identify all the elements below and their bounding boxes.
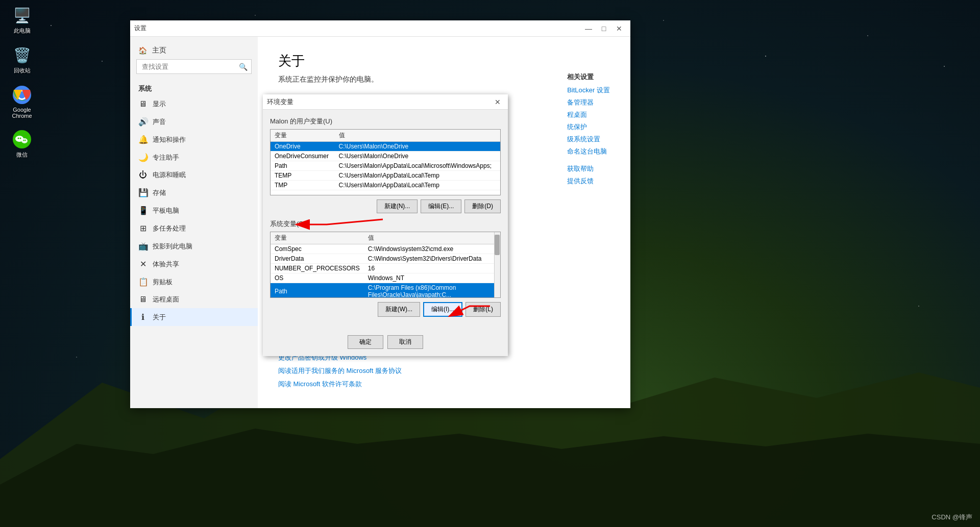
table-row[interactable]: DriverData C:\Windows\System32\Drivers\D… <box>271 254 501 264</box>
user-vars-label: Malon 的用户变量(U) <box>270 117 501 126</box>
sidebar-home[interactable]: 🏠 主页 <box>130 42 258 59</box>
sidebar-item-about[interactable]: ℹ 关于 <box>130 308 258 326</box>
svg-point-24 <box>24 140 26 141</box>
power-icon: ⏻ <box>138 170 148 180</box>
ms-service-link[interactable]: 阅读适用于我们服务的 Microsoft 服务协议 <box>278 366 402 375</box>
recycle-icon-label: 回收站 <box>14 67 31 74</box>
sidebar-item-notifications[interactable]: 🔔 通知和操作 <box>130 131 258 148</box>
display-label: 显示 <box>153 99 166 109</box>
home-icon: 🏠 <box>138 46 147 55</box>
dialog-close-button[interactable]: ✕ <box>492 97 504 107</box>
svg-point-8 <box>765 56 766 57</box>
minimize-button[interactable]: — <box>581 22 596 35</box>
wechat-icon <box>12 129 32 149</box>
sound-label: 声音 <box>153 117 166 127</box>
power-label: 电源和睡眠 <box>153 170 186 180</box>
user-val-tmp: C:\Users\Malon\AppData\Local\Temp <box>335 181 500 190</box>
pc-icon: 🖥️ <box>12 5 32 26</box>
sidebar-item-tablet[interactable]: 📱 平板电脑 <box>130 202 258 219</box>
sidebar-item-clipboard[interactable]: 📋 剪贴板 <box>130 273 258 291</box>
search-input[interactable] <box>136 59 252 74</box>
table-row[interactable]: OneDrive C:\Users\Malon\OneDrive <box>271 142 500 152</box>
sys-vars-table-container: 变量 值 ComSpec C:\Windows\system32\cmd.exe… <box>270 232 501 298</box>
desktop-icon-wechat[interactable]: 微信 <box>4 129 40 159</box>
table-row[interactable]: TMP C:\Users\Malon\AppData\Local\Temp <box>271 181 500 190</box>
table-row[interactable]: TEMP C:\Users\Malon\AppData\Local\Temp <box>271 171 500 181</box>
sys-vars-table: 变量 值 ComSpec C:\Windows\system32\cmd.exe… <box>271 232 501 298</box>
sidebar-item-share[interactable]: ✕ 体验共享 <box>130 255 258 273</box>
user-val-ondriveconsumer: C:\Users\Malon\OneDrive <box>335 152 500 161</box>
sys-new-button[interactable]: 新建(W)... <box>378 302 420 317</box>
sidebar-item-display[interactable]: 🖥 显示 <box>130 95 258 113</box>
user-delete-button[interactable]: 删除(D) <box>464 199 501 213</box>
user-vars-table: 变量 值 OneDrive C:\Users\Malon\OneDrive On… <box>271 130 500 190</box>
device-mgr-link[interactable]: 备管理器 <box>567 98 610 107</box>
dialog-titlebar: 环境变量 ✕ <box>263 94 508 110</box>
sys-edit-button[interactable]: 编辑(I)... <box>423 302 462 317</box>
multitask-icon: ⊞ <box>138 223 148 233</box>
rename-pc-link[interactable]: 命名这台电脑 <box>567 147 610 156</box>
user-val-ondrive: C:\Users\Malon\OneDrive <box>335 142 500 152</box>
sys-protect-link[interactable]: 统保护 <box>567 122 610 132</box>
user-vars-table-container: 变量 值 OneDrive C:\Users\Malon\OneDrive On… <box>270 129 501 195</box>
table-row[interactable]: ComSpec C:\Windows\system32\cmd.exe <box>271 244 501 254</box>
settings-title: 设置 <box>134 24 146 33</box>
sidebar-item-sound[interactable]: 🔊 声音 <box>130 113 258 131</box>
ok-button[interactable]: 确定 <box>348 335 383 349</box>
settings-titlebar: 设置 — □ ✕ <box>130 20 630 37</box>
about-icon: ℹ <box>138 312 148 322</box>
settings-sidebar: 🏠 主页 🔍 系统 🖥 显示 🔊 声音 🔔 通 <box>130 37 258 408</box>
search-icon: 🔍 <box>239 63 248 71</box>
sidebar-item-multitask[interactable]: ⊞ 多任务处理 <box>130 219 258 237</box>
maximize-button[interactable]: □ <box>597 22 611 35</box>
sys-var-os: OS <box>271 273 364 283</box>
chrome-icon-label: Google Chrome <box>4 107 40 119</box>
user-val-temp: C:\Users\Malon\AppData\Local\Temp <box>335 171 500 181</box>
sys-delete-button[interactable]: 删除(L) <box>465 302 501 317</box>
wechat-icon-label: 微信 <box>16 151 28 159</box>
adv-sys-link[interactable]: 级系统设置 <box>567 135 610 144</box>
svg-point-3 <box>255 15 256 16</box>
user-btn-row: 新建(N)... 编辑(E)... 删除(D) <box>270 199 501 213</box>
sidebar-item-power[interactable]: ⏻ 电源和睡眠 <box>130 166 258 184</box>
sys-var-path: Path <box>271 283 364 298</box>
bitlocker-link[interactable]: BitLocker 设置 <box>567 86 610 95</box>
env-dialog: 环境变量 ✕ Malon 的用户变量(U) 变量 值 OneDrive <box>263 94 508 356</box>
desktop-icon-chrome[interactable]: Google Chrome <box>4 85 40 119</box>
sidebar-item-remote[interactable]: 🖥 远程桌面 <box>130 291 258 308</box>
table-row[interactable]: Path C:\Users\Malon\AppData\Local\Micros… <box>271 161 500 171</box>
ms-license-link[interactable]: 阅读 Microsoft 软件许可条款 <box>278 380 402 389</box>
sys-val-os: Windows_NT <box>364 273 501 283</box>
table-row[interactable]: OS Windows_NT <box>271 273 501 283</box>
sidebar-item-focus[interactable]: 🌙 专注助手 <box>130 148 258 166</box>
get-help-link[interactable]: 获取帮助 <box>567 164 610 173</box>
chrome-icon <box>12 85 32 105</box>
sys-val-nop: 16 <box>364 264 501 273</box>
table-row[interactable]: Path C:\Program Files (x86)\Common Files… <box>271 283 501 298</box>
sys-var-driverdata: DriverData <box>271 254 364 264</box>
table-row[interactable]: OneDriveConsumer C:\Users\Malon\OneDrive <box>271 152 500 161</box>
desktop-icon-pc[interactable]: 🖥️ 此电脑 <box>4 5 40 35</box>
close-button[interactable]: ✕ <box>612 22 626 35</box>
user-var-path: Path <box>271 161 335 171</box>
user-edit-button[interactable]: 编辑(E)... <box>421 199 461 213</box>
sidebar-section-title: 系统 <box>130 80 258 95</box>
sys-var-col-header: 变量 <box>271 232 364 244</box>
feedback-link[interactable]: 提供反馈 <box>567 177 610 186</box>
user-var-ondrive: OneDrive <box>271 142 335 152</box>
svg-point-0 <box>51 25 52 26</box>
cancel-button[interactable]: 取消 <box>387 335 423 349</box>
sidebar-item-project[interactable]: 📺 投影到此电脑 <box>130 237 258 255</box>
sidebar-item-storage[interactable]: 💾 存储 <box>130 184 258 202</box>
table-row[interactable]: NUMBER_OF_PROCESSORS 16 <box>271 264 501 273</box>
about-label: 关于 <box>153 313 166 322</box>
titlebar-controls: — □ ✕ <box>581 22 626 35</box>
multitask-label: 多任务处理 <box>153 224 186 233</box>
sys-vars-section: 系统变量(S) 变量 值 ComSpec C:\Windows\ <box>270 219 501 317</box>
scrollbar[interactable] <box>494 232 500 297</box>
desktop-icon-recycle[interactable]: 🗑️ 回收站 <box>4 45 40 74</box>
related-settings-title: 相关设置 <box>567 72 610 82</box>
user-new-button[interactable]: 新建(N)... <box>377 199 418 213</box>
remote-desktop-link[interactable]: 程桌面 <box>567 110 610 119</box>
sys-val-comspec: C:\Windows\system32\cmd.exe <box>364 244 501 254</box>
